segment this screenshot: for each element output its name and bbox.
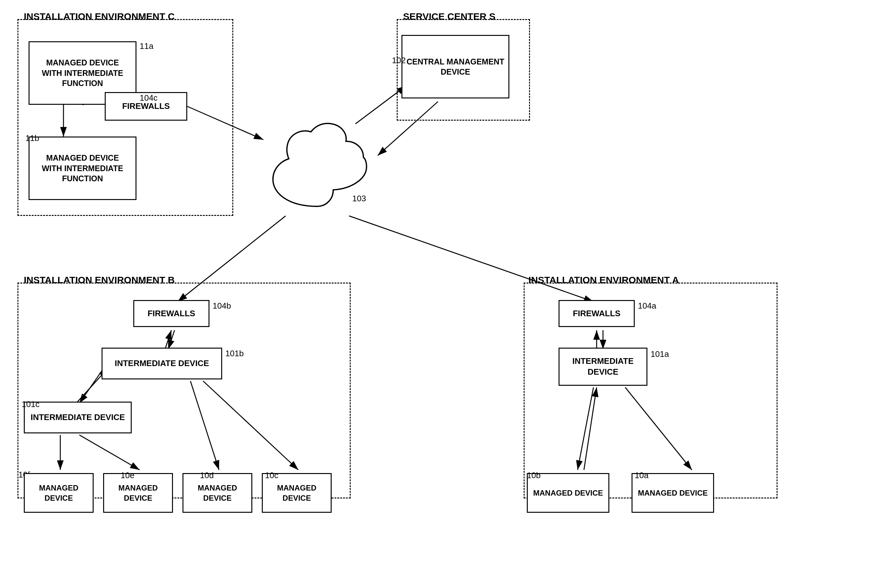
- box-intermediate-a: INTERMEDIATE DEVICE: [559, 348, 648, 386]
- ref-10a: 10a: [635, 470, 648, 481]
- label-installation-a: INSTALLATION ENVIRONMENT A: [529, 275, 679, 286]
- label-managed-b3: MANAGED DEVICE: [198, 483, 237, 503]
- box-managed-b2: MANAGED DEVICE: [103, 473, 173, 513]
- ref-104c: 104c: [140, 93, 157, 103]
- label-managed-a2: MANAGED DEVICE: [638, 488, 708, 498]
- label-managed-b1: MANAGED DEVICE: [39, 483, 79, 503]
- label-firewalls-a: FIREWALLS: [573, 308, 621, 319]
- box-managed-b3: MANAGED DEVICE: [183, 473, 252, 513]
- ref-102: 102: [392, 56, 406, 65]
- box-intermediate-b2: INTERMEDIATE DEVICE: [24, 402, 132, 433]
- ref-101b: 101b: [225, 349, 244, 358]
- cloud-103: 103: [257, 121, 378, 224]
- label-intermediate-b: INTERMEDIATE DEVICE: [115, 358, 209, 369]
- label-intermediate-b2: INTERMEDIATE DEVICE: [30, 412, 125, 423]
- label-managed-a1: MANAGED DEVICE: [533, 488, 603, 498]
- label-managed-b2: MANAGED DEVICE: [118, 483, 158, 503]
- box-managed-b1: MANAGED DEVICE: [24, 473, 94, 513]
- ref-103: 103: [352, 193, 366, 204]
- label-managed-c1: MANAGED DEVICE WITH INTERMEDIATE FUNCTIO…: [42, 57, 123, 89]
- box-central-mgmt: CENTRAL MANAGEMENT DEVICE: [402, 35, 509, 98]
- ref-10e: 10e: [121, 470, 134, 481]
- box-firewalls-a: FIREWALLS: [559, 300, 635, 327]
- ref-10c: 10c: [265, 470, 278, 481]
- ref-10d: 10d: [200, 470, 214, 481]
- label-service-center: SERVICE CENTER S: [403, 11, 495, 22]
- label-central-mgmt: CENTRAL MANAGEMENT DEVICE: [402, 56, 508, 77]
- label-installation-b: INSTALLATION ENVIRONMENT B: [24, 275, 175, 286]
- ref-11b: 11b: [26, 133, 39, 143]
- diagram: INSTALLATION ENVIRONMENT C SERVICE CENTE…: [0, 0, 894, 588]
- box-intermediate-b: INTERMEDIATE DEVICE: [101, 348, 222, 379]
- ref-101a: 101a: [651, 349, 669, 359]
- label-managed-b4: MANAGED DEVICE: [277, 483, 316, 503]
- label-firewalls-b: FIREWALLS: [148, 308, 195, 319]
- box-managed-c2: MANAGED DEVICE WITH INTERMEDIATE FUNCTIO…: [29, 136, 136, 200]
- ref-104a: 104a: [638, 301, 656, 311]
- ref-10b: 10b: [527, 470, 541, 481]
- ref-104b: 104b: [213, 301, 231, 311]
- label-managed-c2: MANAGED DEVICE WITH INTERMEDIATE FUNCTIO…: [42, 153, 123, 184]
- ref-11a: 11a: [140, 41, 153, 51]
- box-firewalls-b: FIREWALLS: [133, 300, 210, 327]
- ref-101c: 101c: [21, 399, 39, 409]
- label-installation-c: INSTALLATION ENVIRONMENT C: [24, 11, 175, 22]
- label-intermediate-a: INTERMEDIATE DEVICE: [572, 356, 633, 378]
